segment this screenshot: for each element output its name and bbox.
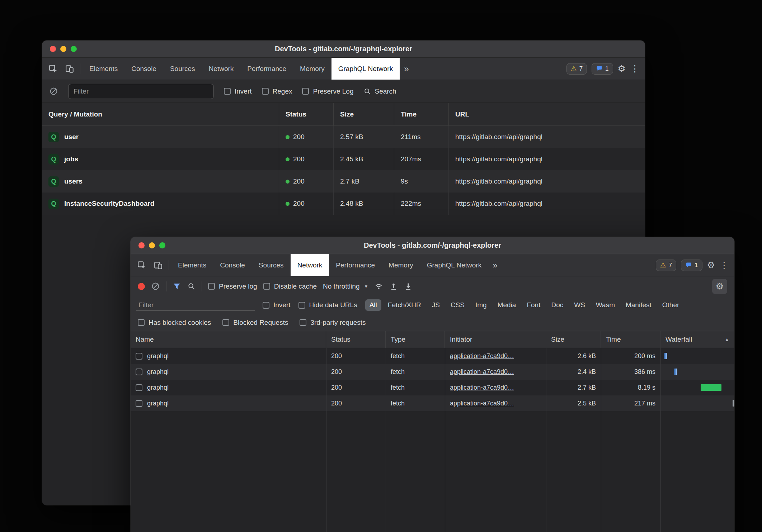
tab-graphql-network[interactable]: GraphQL Network bbox=[420, 254, 488, 276]
issues-badge[interactable]: 1 bbox=[681, 260, 702, 271]
type-filter-other[interactable]: Other bbox=[658, 299, 684, 311]
filter-input[interactable] bbox=[68, 84, 214, 99]
request-row[interactable]: graphql 200 fetch application-a7ca9d0… 2… bbox=[131, 348, 734, 364]
initiator-link[interactable]: application-a7ca9d0… bbox=[450, 384, 514, 391]
column-size[interactable]: Size bbox=[546, 331, 601, 348]
request-row[interactable]: graphql 200 fetch application-a7ca9d0… 2… bbox=[131, 364, 734, 380]
network-conditions-icon[interactable] bbox=[374, 282, 383, 291]
export-har-icon[interactable] bbox=[389, 282, 398, 291]
column-initiator[interactable]: Initiator bbox=[445, 331, 546, 348]
issues-badge[interactable]: 1 bbox=[592, 63, 613, 75]
row-checkbox[interactable] bbox=[136, 400, 142, 407]
tab-sources[interactable]: Sources bbox=[163, 58, 202, 80]
tab-memory[interactable]: Memory bbox=[382, 254, 420, 276]
type-filter-js[interactable]: JS bbox=[428, 299, 444, 311]
tab-performance[interactable]: Performance bbox=[329, 254, 382, 276]
operation-row[interactable]: Quser 200 2.57 kB 211ms https://gitlab.c… bbox=[42, 126, 645, 148]
waterfall-bar bbox=[664, 353, 667, 359]
kebab-menu-icon[interactable]: ⋮ bbox=[630, 64, 639, 73]
third-party-requests-checkbox[interactable]: 3rd-party requests bbox=[300, 319, 366, 327]
tab-graphql-network[interactable]: GraphQL Network bbox=[331, 58, 400, 80]
column-waterfall[interactable]: Waterfall ▲ bbox=[660, 331, 734, 348]
tab-network[interactable]: Network bbox=[291, 254, 329, 276]
tab-performance[interactable]: Performance bbox=[240, 58, 293, 80]
type-filter-doc[interactable]: Doc bbox=[547, 299, 568, 311]
operation-row[interactable]: Qjobs 200 2.45 kB 207ms https://gitlab.c… bbox=[42, 148, 645, 170]
type-filter-ws[interactable]: WS bbox=[570, 299, 589, 311]
warnings-badge[interactable]: ⚠ 7 bbox=[566, 63, 587, 75]
close-button[interactable] bbox=[138, 242, 145, 248]
row-checkbox[interactable] bbox=[136, 384, 142, 391]
hide-data-urls-checkbox[interactable]: Hide data URLs bbox=[298, 301, 357, 309]
size-value: 2.4 kB bbox=[546, 364, 601, 380]
search-icon[interactable] bbox=[187, 282, 196, 290]
tab-sources[interactable]: Sources bbox=[252, 254, 291, 276]
column-status: Status bbox=[279, 103, 334, 125]
column-time[interactable]: Time bbox=[601, 331, 660, 348]
blocked-requests-checkbox[interactable]: Blocked Requests bbox=[222, 319, 288, 327]
column-name[interactable]: Name bbox=[131, 331, 326, 348]
row-checkbox[interactable] bbox=[136, 369, 142, 375]
status-dot bbox=[286, 202, 290, 206]
waterfall-bar bbox=[701, 384, 721, 391]
kebab-menu-icon[interactable]: ⋮ bbox=[720, 261, 729, 270]
inspect-element-icon[interactable] bbox=[133, 254, 150, 276]
tab-elements[interactable]: Elements bbox=[83, 58, 124, 80]
type-filter-css[interactable]: CSS bbox=[446, 299, 469, 311]
more-tabs-icon[interactable]: » bbox=[400, 58, 413, 80]
zoom-button[interactable] bbox=[71, 46, 77, 52]
settings-gear-icon[interactable]: ⚙ bbox=[618, 64, 626, 73]
filter-funnel-icon[interactable] bbox=[173, 282, 181, 291]
type-filter-all[interactable]: All bbox=[365, 299, 381, 311]
close-button[interactable] bbox=[50, 46, 56, 52]
operation-row[interactable]: QinstanceSecurityDashboard 200 2.48 kB 2… bbox=[42, 193, 645, 215]
disable-cache-checkbox[interactable]: Disable cache bbox=[263, 282, 317, 290]
minimize-button[interactable] bbox=[149, 242, 155, 248]
tab-network[interactable]: Network bbox=[202, 58, 241, 80]
throttling-select[interactable]: No throttling ▼ bbox=[323, 282, 368, 290]
type-filter-font[interactable]: Font bbox=[522, 299, 545, 311]
import-har-icon[interactable] bbox=[404, 282, 413, 291]
devtools-window-network: DevTools - gitlab.com/-/graphql-explorer… bbox=[131, 237, 734, 532]
warnings-badge[interactable]: ⚠ 7 bbox=[656, 260, 677, 271]
type-filter-manifest[interactable]: Manifest bbox=[621, 299, 656, 311]
preserve-log-checkbox[interactable]: Preserve Log bbox=[302, 87, 353, 95]
type-filter-img[interactable]: Img bbox=[471, 299, 491, 311]
block-icon[interactable] bbox=[49, 87, 58, 96]
settings-gear-icon[interactable]: ⚙ bbox=[707, 261, 715, 270]
more-tabs-icon[interactable]: » bbox=[488, 254, 502, 276]
type-filter-wasm[interactable]: Wasm bbox=[592, 299, 619, 311]
type-filter-media[interactable]: Media bbox=[493, 299, 521, 311]
minimize-button[interactable] bbox=[60, 46, 66, 52]
inspect-element-icon[interactable] bbox=[45, 58, 61, 80]
preserve-log-checkbox[interactable]: Preserve log bbox=[208, 282, 257, 290]
type-filter-fetch-xhr[interactable]: Fetch/XHR bbox=[384, 299, 425, 311]
tab-console[interactable]: Console bbox=[213, 254, 252, 276]
tab-elements[interactable]: Elements bbox=[171, 254, 213, 276]
invert-checkbox[interactable]: Invert bbox=[224, 87, 252, 95]
titlebar[interactable]: DevTools - gitlab.com/-/graphql-explorer bbox=[131, 237, 734, 254]
device-toolbar-icon[interactable] bbox=[150, 254, 166, 276]
search-button[interactable]: Search bbox=[363, 87, 396, 95]
row-checkbox[interactable] bbox=[136, 353, 142, 360]
zoom-button[interactable] bbox=[159, 242, 165, 248]
initiator-link[interactable]: application-a7ca9d0… bbox=[450, 352, 514, 360]
initiator-link[interactable]: application-a7ca9d0… bbox=[450, 400, 514, 407]
record-icon[interactable] bbox=[138, 283, 145, 290]
initiator-link[interactable]: application-a7ca9d0… bbox=[450, 368, 514, 376]
tab-memory[interactable]: Memory bbox=[293, 58, 331, 80]
tab-console[interactable]: Console bbox=[124, 58, 163, 80]
request-row[interactable]: graphql 200 fetch application-a7ca9d0… 2… bbox=[131, 380, 734, 395]
filter-input[interactable] bbox=[136, 300, 255, 311]
titlebar[interactable]: DevTools - gitlab.com/-/graphql-explorer bbox=[42, 41, 645, 58]
device-toolbar-icon[interactable] bbox=[61, 58, 78, 80]
clear-icon[interactable] bbox=[151, 282, 160, 291]
invert-checkbox[interactable]: Invert bbox=[263, 301, 291, 309]
column-status[interactable]: Status bbox=[326, 331, 386, 348]
operation-row[interactable]: Qusers 200 2.7 kB 9s https://gitlab.com/… bbox=[42, 170, 645, 193]
blocked-cookies-checkbox[interactable]: Has blocked cookies bbox=[138, 319, 211, 327]
request-row[interactable]: graphql 200 fetch application-a7ca9d0… 2… bbox=[131, 395, 734, 411]
column-type[interactable]: Type bbox=[386, 331, 445, 348]
network-settings-gear-icon[interactable]: ⚙ bbox=[712, 279, 727, 294]
regex-checkbox[interactable]: Regex bbox=[262, 87, 292, 95]
